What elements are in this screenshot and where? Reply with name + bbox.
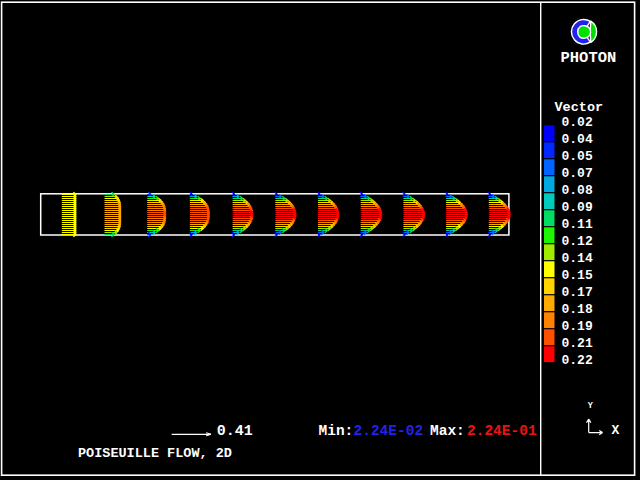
svg-text:Y: Y [588, 401, 594, 411]
svg-text:0.12: 0.12 [562, 234, 593, 249]
svg-text:0.05: 0.05 [562, 149, 593, 164]
svg-text:0.19: 0.19 [562, 319, 593, 334]
svg-text:0.15: 0.15 [562, 268, 593, 283]
svg-text:Max:: Max: [430, 423, 465, 439]
svg-text:0.09: 0.09 [562, 200, 593, 215]
svg-text:0.21: 0.21 [562, 336, 593, 351]
svg-text:0.41: 0.41 [217, 423, 253, 440]
svg-text:0.22: 0.22 [562, 353, 593, 368]
svg-text:2.24E-02: 2.24E-02 [354, 423, 424, 439]
svg-text:0.04: 0.04 [562, 132, 593, 147]
svg-text:POISEUILLE FLOW, 2D: POISEUILLE FLOW, 2D [78, 446, 232, 461]
svg-text:X: X [612, 423, 620, 438]
svg-text:PHOTON: PHOTON [561, 49, 617, 67]
svg-text:0.07: 0.07 [562, 166, 593, 181]
svg-text:0.18: 0.18 [562, 302, 593, 317]
svg-text:0.17: 0.17 [562, 285, 593, 300]
svg-text:0.14: 0.14 [562, 251, 593, 266]
svg-text:2.24E-01: 2.24E-01 [467, 423, 537, 439]
svg-text:Min:: Min: [319, 423, 354, 439]
svg-text:Vector: Vector [555, 100, 604, 115]
svg-text:0.11: 0.11 [562, 217, 593, 232]
svg-text:0.02: 0.02 [562, 115, 593, 130]
svg-text:0.08: 0.08 [562, 183, 593, 198]
